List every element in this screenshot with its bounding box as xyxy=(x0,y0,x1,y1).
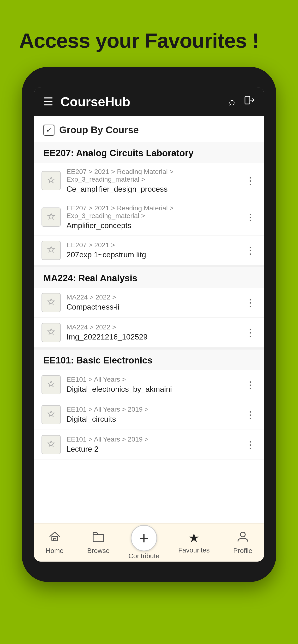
page-header: Access your Favourites ! xyxy=(0,0,298,67)
more-options-icon[interactable]: ⋮ xyxy=(244,325,256,340)
star-icon xyxy=(47,440,55,450)
star-icon xyxy=(47,328,55,337)
profile-icon xyxy=(237,530,249,546)
file-icon xyxy=(42,171,61,190)
svg-marker-4 xyxy=(48,246,54,252)
contribute-label: Contribute xyxy=(128,552,159,560)
file-icon xyxy=(42,241,61,260)
menu-icon[interactable]: ☰ xyxy=(43,95,53,108)
file-info: MA224 > 2022 > Compactness-ii xyxy=(66,294,244,312)
file-path: EE101 > All Years > 2019 > xyxy=(66,406,244,413)
file-name: Img_20221216_102529 xyxy=(66,332,244,342)
favourites-icon: ★ xyxy=(188,531,200,545)
svg-marker-9 xyxy=(48,440,54,446)
file-path: EE101 > All Years > xyxy=(66,376,244,383)
nav-browse[interactable]: Browse xyxy=(82,528,114,557)
group-by-checkbox[interactable]: ✓ xyxy=(43,124,54,136)
star-icon xyxy=(47,176,55,186)
file-icon xyxy=(42,435,61,454)
more-options-icon[interactable]: ⋮ xyxy=(244,242,256,258)
nav-profile[interactable]: Profile xyxy=(228,528,257,557)
file-icon xyxy=(42,375,61,394)
star-icon xyxy=(47,245,55,255)
file-info: EE207 > 2021 > Reading Material > Exp_3_… xyxy=(66,204,244,230)
app-title: CourseHub xyxy=(60,94,229,109)
svg-rect-12 xyxy=(93,534,104,542)
more-options-icon[interactable]: ⋮ xyxy=(244,173,256,188)
file-info: EE207 > 2021 > 207exp 1~cepstrum litg xyxy=(66,241,244,259)
section-divider xyxy=(34,348,264,350)
svg-marker-6 xyxy=(48,328,54,334)
svg-point-13 xyxy=(240,532,245,537)
star-icon xyxy=(47,380,55,390)
phone-screen: ☰ CourseHub ⌕ ✓ Group By C xyxy=(34,87,264,562)
file-item[interactable]: MA224 > 2022 > Compactness-ii ⋮ xyxy=(34,288,264,318)
more-options-icon[interactable]: ⋮ xyxy=(244,295,256,310)
file-item[interactable]: EE101 > All Years > 2019 > Digital_circu… xyxy=(34,400,264,430)
file-name: Digital_electronics_by_akmaini xyxy=(66,385,244,394)
file-item[interactable]: EE207 > 2021 > Reading Material > Exp_3_… xyxy=(34,199,264,236)
svg-marker-8 xyxy=(48,411,54,417)
nav-contribute[interactable]: + Contribute xyxy=(128,525,159,560)
svg-rect-0 xyxy=(245,96,250,104)
file-info: EE101 > All Years > Digital_electronics_… xyxy=(66,376,244,394)
file-path: EE207 > 2021 > Reading Material > Exp_3_… xyxy=(66,204,244,220)
more-options-icon[interactable]: ⋮ xyxy=(244,377,256,393)
browse-label: Browse xyxy=(87,547,109,555)
file-item[interactable]: EE101 > All Years > Digital_electronics_… xyxy=(34,370,264,400)
file-icon xyxy=(42,293,61,312)
svg-marker-2 xyxy=(48,177,54,183)
course-section-EE101: EE101: Basic Electronics EE101 > All Yea… xyxy=(34,350,264,460)
svg-marker-3 xyxy=(48,213,54,219)
file-item[interactable]: EE101 > All Years > 2019 > Lecture 2 ⋮ xyxy=(34,430,264,460)
nav-home[interactable]: Home xyxy=(41,528,68,557)
star-icon xyxy=(47,212,55,222)
more-options-icon[interactable]: ⋮ xyxy=(244,437,256,452)
file-item[interactable]: EE207 > 2021 > Reading Material > Exp_3_… xyxy=(34,163,264,199)
course-title-MA224: MA224: Real Analysis xyxy=(34,268,264,288)
file-name: 207exp 1~cepstrum litg xyxy=(66,250,244,259)
file-path: EE207 > 2021 > xyxy=(66,241,244,249)
file-name: Amplifier_concepts xyxy=(66,221,244,230)
home-icon xyxy=(49,530,61,546)
page-title: Access your Favourites ! xyxy=(19,29,279,52)
star-icon xyxy=(47,410,55,420)
plus-icon: + xyxy=(139,530,149,546)
file-icon xyxy=(42,208,61,227)
contribute-button[interactable]: + xyxy=(131,525,157,551)
file-path: EE101 > All Years > 2019 > xyxy=(66,436,244,443)
file-name: Lecture 2 xyxy=(66,445,244,454)
nav-favourites[interactable]: ★ Favourites xyxy=(174,528,215,556)
search-icon[interactable]: ⌕ xyxy=(229,95,235,108)
file-name: Compactness-ii xyxy=(66,302,244,312)
file-item[interactable]: EE207 > 2021 > 207exp 1~cepstrum litg ⋮ xyxy=(34,236,264,266)
phone-frame: ☰ CourseHub ⌕ ✓ Group By C xyxy=(22,67,276,582)
more-options-icon[interactable]: ⋮ xyxy=(244,407,256,422)
file-name: Ce_amplifier_design_process xyxy=(66,185,244,194)
file-item[interactable]: MA224 > 2022 > Img_20221216_102529 ⋮ xyxy=(34,318,264,348)
check-mark: ✓ xyxy=(46,126,52,134)
file-icon xyxy=(42,323,61,342)
app-bar: ☰ CourseHub ⌕ xyxy=(34,87,264,116)
logout-icon[interactable] xyxy=(244,95,255,108)
file-info: EE101 > All Years > 2019 > Digital_circu… xyxy=(66,406,244,424)
file-path: EE207 > 2021 > Reading Material > Exp_3_… xyxy=(66,168,244,183)
file-path: MA224 > 2022 > xyxy=(66,324,244,331)
svg-marker-5 xyxy=(48,298,54,304)
courses-container: EE207: Analog Circuits Laboratory EE207 … xyxy=(34,142,264,460)
group-by-header[interactable]: ✓ Group By Course xyxy=(34,116,264,142)
more-options-icon[interactable]: ⋮ xyxy=(244,209,256,225)
favourites-label: Favourites xyxy=(178,546,210,554)
browse-icon xyxy=(92,530,105,546)
file-path: MA224 > 2022 > xyxy=(66,294,244,301)
file-info: MA224 > 2022 > Img_20221216_102529 xyxy=(66,324,244,342)
home-label: Home xyxy=(46,547,64,555)
file-icon xyxy=(42,405,61,424)
star-icon xyxy=(47,298,55,308)
file-info: EE207 > 2021 > Reading Material > Exp_3_… xyxy=(66,168,244,194)
section-divider xyxy=(34,266,264,268)
content-area: ✓ Group By Course EE207: Analog Circuits… xyxy=(34,116,264,523)
course-section-EE207: EE207: Analog Circuits Laboratory EE207 … xyxy=(34,142,264,268)
group-by-label: Group By Course xyxy=(59,124,139,135)
file-name: Digital_circuits xyxy=(66,415,244,424)
